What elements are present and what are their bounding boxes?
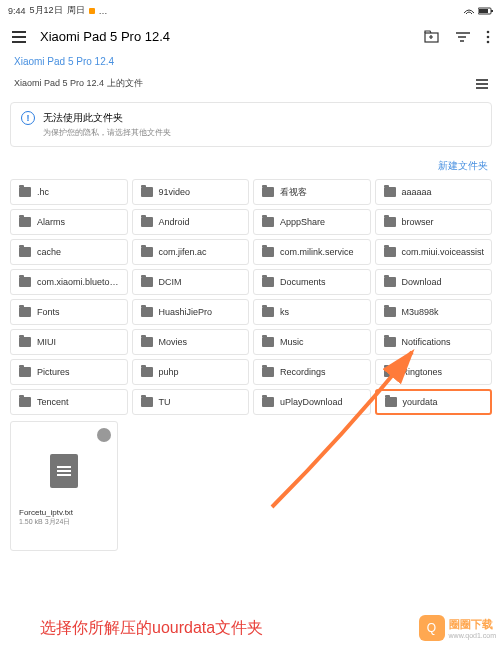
wifi-icon bbox=[463, 7, 475, 15]
folder-item[interactable]: DCIM bbox=[132, 269, 250, 295]
status-day: 周日 bbox=[67, 4, 85, 17]
breadcrumb[interactable]: Xiaomi Pad 5 Pro 12.4 bbox=[0, 52, 502, 71]
folder-icon bbox=[141, 187, 153, 197]
folder-item[interactable]: com.jifen.ac bbox=[132, 239, 250, 265]
file-card[interactable]: Forcetu_iptv.txt 1.50 kB 3月24日 bbox=[10, 421, 118, 551]
folder-label: com.milink.service bbox=[280, 247, 354, 257]
folder-item[interactable]: TU bbox=[132, 389, 250, 415]
folder-item[interactable]: Download bbox=[375, 269, 493, 295]
new-folder-icon[interactable] bbox=[424, 30, 440, 44]
folder-label: Alarms bbox=[37, 217, 65, 227]
file-name: Forcetu_iptv.txt bbox=[19, 508, 109, 517]
watermark-icon: Q bbox=[419, 615, 445, 641]
status-time: 9:44 bbox=[8, 6, 26, 16]
folder-label: ks bbox=[280, 307, 289, 317]
folder-icon bbox=[141, 217, 153, 227]
folder-icon bbox=[384, 247, 396, 257]
sort-icon[interactable] bbox=[456, 31, 470, 43]
folder-item[interactable]: Music bbox=[253, 329, 371, 355]
folder-item[interactable]: com.xiaomi.blueto… bbox=[10, 269, 128, 295]
folder-item[interactable]: Tencent bbox=[10, 389, 128, 415]
page-title: Xiaomi Pad 5 Pro 12.4 bbox=[40, 29, 410, 44]
folder-icon bbox=[262, 337, 274, 347]
folder-label: cache bbox=[37, 247, 61, 257]
folder-label: Documents bbox=[280, 277, 326, 287]
folder-item[interactable]: puhp bbox=[132, 359, 250, 385]
folder-label: uPlayDownload bbox=[280, 397, 343, 407]
folder-item[interactable]: Fonts bbox=[10, 299, 128, 325]
folder-icon bbox=[19, 277, 31, 287]
folder-item[interactable]: Documents bbox=[253, 269, 371, 295]
list-view-icon[interactable] bbox=[476, 78, 488, 90]
folder-label: Fonts bbox=[37, 307, 60, 317]
folder-item[interactable]: .hc bbox=[10, 179, 128, 205]
folder-label: com.miui.voiceassist bbox=[402, 247, 485, 257]
folder-item[interactable]: M3u898k bbox=[375, 299, 493, 325]
folder-item[interactable]: Notifications bbox=[375, 329, 493, 355]
folder-label: HuashiJiePro bbox=[159, 307, 213, 317]
folder-item[interactable]: aaaaaa bbox=[375, 179, 493, 205]
folder-item[interactable]: com.milink.service bbox=[253, 239, 371, 265]
folder-item[interactable]: Recordings bbox=[253, 359, 371, 385]
folder-label: com.xiaomi.blueto… bbox=[37, 277, 119, 287]
folder-item[interactable]: MIUI bbox=[10, 329, 128, 355]
folder-item[interactable]: 看视客 bbox=[253, 179, 371, 205]
folder-item[interactable]: Movies bbox=[132, 329, 250, 355]
folder-item[interactable]: 91video bbox=[132, 179, 250, 205]
folder-icon bbox=[262, 307, 274, 317]
folder-item[interactable]: Alarms bbox=[10, 209, 128, 235]
folder-icon bbox=[19, 337, 31, 347]
folder-icon bbox=[384, 217, 396, 227]
menu-icon[interactable] bbox=[12, 31, 26, 43]
folder-item[interactable]: ApppShare bbox=[253, 209, 371, 235]
folder-item[interactable]: cache bbox=[10, 239, 128, 265]
folder-icon bbox=[385, 397, 397, 407]
folder-icon bbox=[262, 187, 274, 197]
new-folder-link[interactable]: 新建文件夹 bbox=[0, 153, 502, 179]
annotation-caption: 选择你所解压的uourdata文件夹 bbox=[40, 618, 263, 639]
status-bar: 9:44 5月12日 周日 … bbox=[0, 0, 502, 21]
folder-label: ApppShare bbox=[280, 217, 325, 227]
folder-label: MIUI bbox=[37, 337, 56, 347]
folder-icon bbox=[19, 367, 31, 377]
path-label: Xiaomi Pad 5 Pro 12.4 上的文件 bbox=[14, 77, 143, 90]
folder-label: Recordings bbox=[280, 367, 326, 377]
folder-icon bbox=[141, 277, 153, 287]
folder-item[interactable]: com.miui.voiceassist bbox=[375, 239, 493, 265]
svg-point-5 bbox=[487, 35, 490, 38]
file-meta: 1.50 kB 3月24日 bbox=[19, 517, 109, 527]
svg-point-6 bbox=[487, 40, 490, 43]
status-icons bbox=[463, 7, 494, 15]
folder-icon bbox=[19, 307, 31, 317]
more-indicator: … bbox=[99, 6, 108, 16]
folder-label: Movies bbox=[159, 337, 188, 347]
folder-icon bbox=[384, 187, 396, 197]
folder-item[interactable]: yourdata bbox=[375, 389, 493, 415]
folder-item[interactable]: uPlayDownload bbox=[253, 389, 371, 415]
watermark-brand: 圈圈下载 bbox=[449, 617, 496, 632]
folder-icon bbox=[384, 307, 396, 317]
folder-label: com.jifen.ac bbox=[159, 247, 207, 257]
svg-rect-9 bbox=[476, 87, 488, 89]
folder-label: Tencent bbox=[37, 397, 69, 407]
folder-label: browser bbox=[402, 217, 434, 227]
expand-icon[interactable] bbox=[97, 428, 111, 442]
folder-label: Notifications bbox=[402, 337, 451, 347]
folder-label: puhp bbox=[159, 367, 179, 377]
folder-item[interactable]: browser bbox=[375, 209, 493, 235]
folder-item[interactable]: HuashiJiePro bbox=[132, 299, 250, 325]
svg-rect-8 bbox=[476, 83, 488, 85]
svg-rect-1 bbox=[491, 10, 493, 12]
svg-rect-2 bbox=[479, 9, 488, 13]
folder-icon bbox=[141, 397, 153, 407]
folder-icon bbox=[19, 247, 31, 257]
folder-item[interactable]: ks bbox=[253, 299, 371, 325]
status-date: 5月12日 bbox=[30, 4, 63, 17]
folder-item[interactable]: Pictures bbox=[10, 359, 128, 385]
folder-item[interactable]: Ringtones bbox=[375, 359, 493, 385]
folder-icon bbox=[141, 337, 153, 347]
app-header: Xiaomi Pad 5 Pro 12.4 bbox=[0, 21, 502, 52]
folder-item[interactable]: Android bbox=[132, 209, 250, 235]
svg-rect-7 bbox=[476, 79, 488, 81]
more-icon[interactable] bbox=[486, 30, 490, 44]
